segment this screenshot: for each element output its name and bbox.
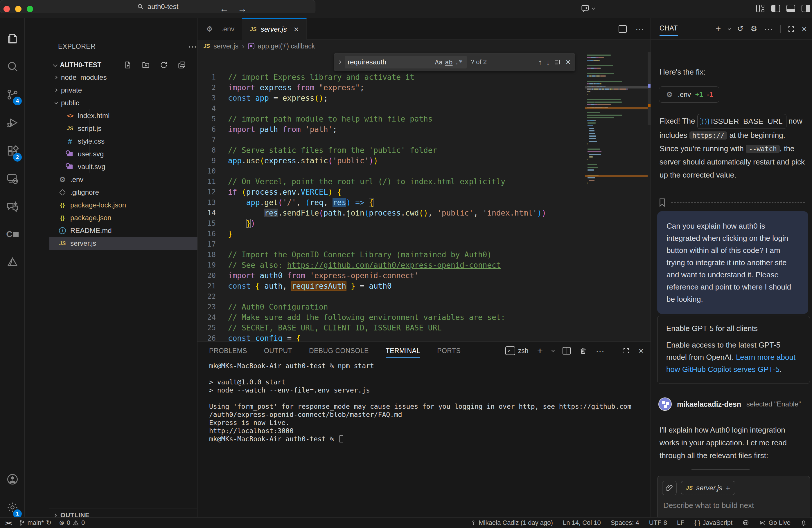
breadcrumb-symbol[interactable]: app.get('/') callback: [258, 42, 315, 50]
sidebar-item-run-debug[interactable]: [0, 110, 25, 135]
code-line[interactable]: 13 app.get('/', (req, res) => {: [198, 197, 585, 208]
code-line[interactable]: 5// import path module to help with file…: [198, 114, 585, 124]
panel-tab-terminal[interactable]: TERMINAL: [386, 342, 421, 360]
close-window-button[interactable]: [3, 6, 10, 12]
encoding[interactable]: UTF-8: [649, 519, 667, 527]
copilot-icon[interactable]: [742, 519, 749, 526]
attach-button[interactable]: [662, 481, 677, 495]
new-folder-icon[interactable]: [142, 61, 150, 69]
panel-tab-output[interactable]: OUTPUT: [264, 342, 292, 360]
find-next-icon[interactable]: ↓: [546, 58, 550, 67]
go-live-item[interactable]: Go Live: [759, 519, 791, 527]
chevron-down-icon[interactable]: [551, 349, 555, 352]
chat-input-placeholder[interactable]: Describe what to build next: [663, 501, 754, 510]
code-line[interactable]: 9app.use(express.static('public')): [198, 155, 585, 166]
explorer-more-icon[interactable]: ⋯: [188, 42, 198, 51]
gear-icon[interactable]: ⚙: [751, 24, 757, 33]
close-chat-icon[interactable]: ×: [801, 24, 807, 34]
find-in-selection-icon[interactable]: [554, 58, 561, 66]
tree-item-script-js[interactable]: JSscript.js: [49, 122, 222, 135]
code-line[interactable]: 23// Auth0 Configuration: [198, 302, 585, 312]
code-line[interactable]: 14 res.sendFile(path.join(process.cwd(),…: [198, 208, 585, 218]
chevron-down-icon[interactable]: [728, 27, 731, 30]
breadcrumb[interactable]: JS server.js › app.get('/') callback: [203, 40, 651, 52]
panel-tab-problems[interactable]: PROBLEMS: [209, 342, 247, 360]
cursor-position[interactable]: Ln 14, Col 10: [563, 519, 601, 527]
customize-layout-button[interactable]: [756, 5, 765, 12]
refresh-icon[interactable]: [160, 61, 168, 69]
minimize-window-button[interactable]: [15, 6, 21, 12]
find-expand-icon[interactable]: [338, 60, 341, 63]
new-chat-icon[interactable]: +: [715, 24, 721, 34]
maximize-window-button[interactable]: [27, 6, 33, 12]
add-context-icon[interactable]: +: [726, 484, 730, 493]
toggle-primary-sidebar-button[interactable]: [771, 5, 780, 12]
code-line[interactable]: 15 }): [198, 218, 585, 229]
code-line[interactable]: 4: [198, 103, 585, 114]
history-icon[interactable]: ↺: [737, 24, 743, 33]
back-icon[interactable]: ←: [220, 3, 229, 14]
close-icon[interactable]: ×: [294, 24, 299, 34]
trash-icon[interactable]: [579, 347, 587, 354]
code-line[interactable]: 2import express from "express";: [198, 82, 585, 93]
command-center-search[interactable]: auth0-test: [0, 0, 315, 13]
whole-word-icon[interactable]: ab: [444, 59, 454, 66]
changed-file-chip[interactable]: ⚙ .env +1 -1: [659, 87, 719, 103]
minimap[interactable]: [585, 52, 648, 342]
tree-item-user-svg[interactable]: user.svg: [49, 148, 222, 161]
sidebar-item-extensions[interactable]: 2: [0, 138, 25, 163]
editor-more-icon[interactable]: ⋯: [635, 24, 645, 34]
sidebar-item-source-control[interactable]: 4: [0, 82, 25, 107]
tab-env[interactable]: ⚙ .env: [198, 18, 242, 40]
code-line[interactable]: 19// See also: https://github.com/auth0/…: [198, 260, 585, 270]
tree-item-package-lock-json[interactable]: {}package-lock.jsonM: [49, 199, 222, 211]
tree-item--gitignore[interactable]: .gitignore: [49, 186, 222, 199]
eol[interactable]: LF: [677, 519, 684, 527]
code-line[interactable]: 3const app = express();: [198, 93, 585, 103]
panel-tab-ports[interactable]: PORTS: [437, 342, 461, 360]
code-line[interactable]: 18// Import the OpenID Connect Library (…: [198, 250, 585, 260]
code-line[interactable]: 25// SECRET, BASE_URL, CLIENT_ID, ISSUER…: [198, 322, 585, 333]
indentation[interactable]: Spaces: 4: [611, 519, 639, 527]
panel-more-icon[interactable]: ⋯: [596, 346, 605, 356]
tree-item-readme-md[interactable]: iREADME.md: [49, 224, 222, 237]
sidebar-item-chat[interactable]: [0, 195, 25, 220]
code-line[interactable]: 8// Serve static files from the 'public'…: [198, 145, 585, 155]
toggle-secondary-sidebar-button[interactable]: [801, 5, 810, 12]
sidebar-item-remote-explorer[interactable]: [0, 167, 25, 192]
code-line[interactable]: 20import auth0 from 'express-openid-conn…: [198, 270, 585, 281]
code-line[interactable]: 21const { auth, requiresAuth } = auth0: [198, 281, 585, 291]
code-line[interactable]: 6import path from 'path';: [198, 124, 585, 135]
tree-item--env[interactable]: ⚙.env: [49, 173, 222, 186]
code-line[interactable]: 26const config = {: [198, 333, 585, 342]
code-editor[interactable]: 1// import Express library and activate …: [198, 52, 585, 342]
find-input[interactable]: [348, 58, 434, 66]
attached-file-chip[interactable]: JS server.js +: [681, 481, 735, 495]
new-terminal-icon[interactable]: +: [537, 345, 543, 357]
branch-item[interactable]: main* ↻: [19, 519, 52, 527]
chat-tab[interactable]: CHAT: [659, 24, 678, 32]
code-line[interactable]: 11// On Vercel, point the root url (/) t…: [198, 176, 585, 187]
accounts-button[interactable]: [0, 467, 25, 492]
terminal-shell-item[interactable]: >_ zsh: [505, 346, 528, 355]
code-line[interactable]: 7: [198, 135, 585, 145]
code-line[interactable]: 12if (process.env.VERCEL) {: [198, 187, 585, 197]
code-line[interactable]: 17: [198, 239, 585, 250]
maximize-chat-icon[interactable]: [787, 26, 795, 32]
tree-item-vault-svg[interactable]: vault.svg: [49, 161, 222, 173]
language-mode[interactable]: { } JavaScript: [694, 519, 733, 527]
tree-item-index-html[interactable]: <>index.html: [49, 109, 222, 122]
code-line[interactable]: 22: [198, 291, 585, 302]
code-line[interactable]: 1// import Express library and activate …: [198, 72, 585, 82]
tree-item-public[interactable]: public: [49, 96, 222, 109]
panel-tab-debug-console[interactable]: DEBUG CONSOLE: [309, 342, 369, 360]
split-terminal-icon[interactable]: [563, 347, 571, 354]
toggle-panel-button[interactable]: [786, 5, 795, 12]
sync-icon[interactable]: ↻: [46, 519, 52, 527]
split-editor-icon[interactable]: [619, 25, 627, 33]
close-panel-icon[interactable]: ×: [638, 346, 643, 356]
bell-icon[interactable]: [800, 519, 807, 526]
git-blame-item[interactable]: Mikaela Cadiz (1 day ago): [470, 519, 553, 527]
tree-item-server-js[interactable]: JSserver.js: [49, 237, 222, 250]
terminal-output[interactable]: mk@MKs-MacBook-Air auth0-test % npm star…: [209, 362, 645, 443]
